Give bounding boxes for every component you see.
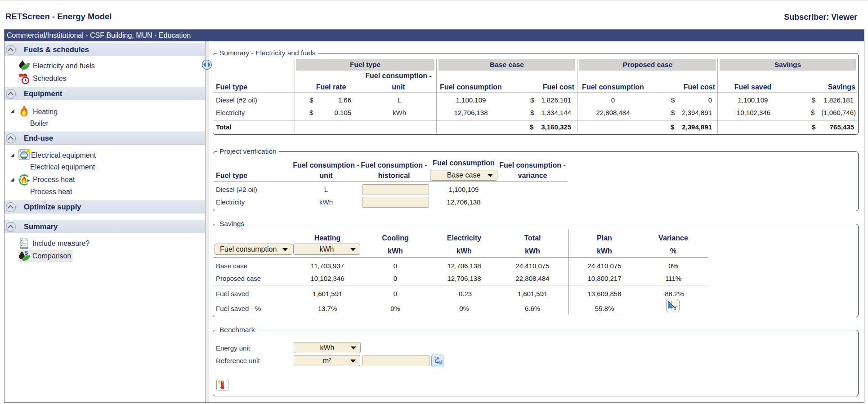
svg-text:$: $ [25, 250, 28, 256]
